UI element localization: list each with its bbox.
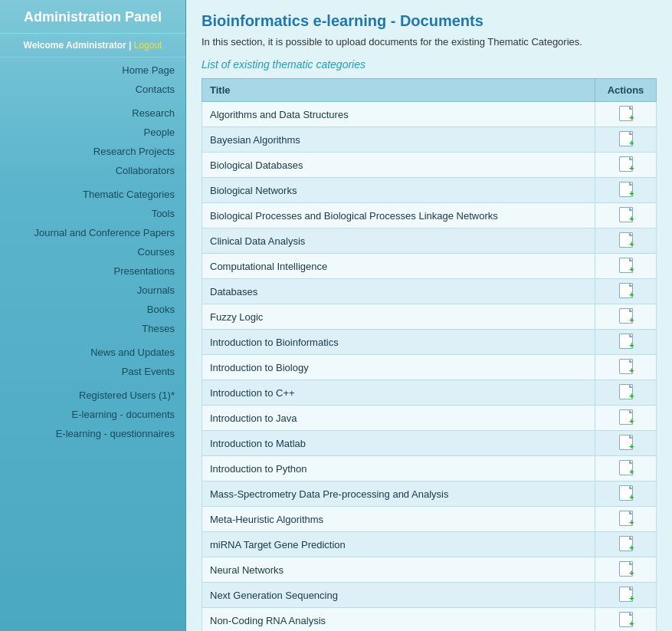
table-row: Bayesian Algorithms xyxy=(202,127,657,153)
action-cell[interactable] xyxy=(595,557,657,583)
logout-link[interactable]: Logout xyxy=(134,40,162,51)
sidebar-item-registered-users[interactable]: Registered Users (1)* xyxy=(0,386,185,405)
sidebar-item-people[interactable]: People xyxy=(0,123,185,142)
action-cell[interactable] xyxy=(595,127,657,153)
category-title: Algorithms and Data Structures xyxy=(202,102,595,127)
document-icon xyxy=(619,612,633,627)
sidebar-item-books[interactable]: Books xyxy=(0,300,185,319)
table-row: Introduction to Biology xyxy=(202,355,657,380)
table-row: Databases xyxy=(202,279,657,304)
action-cell[interactable] xyxy=(595,355,657,380)
action-cell[interactable] xyxy=(595,330,657,355)
sidebar-item-journals[interactable]: Journals xyxy=(0,281,185,300)
sidebar-item-research[interactable]: Research xyxy=(0,104,185,123)
upload-icon[interactable] xyxy=(618,334,634,350)
action-cell[interactable] xyxy=(595,507,657,532)
action-cell[interactable] xyxy=(595,608,657,632)
title-column-header: Title xyxy=(202,79,595,102)
welcome-prefix: Welcome xyxy=(24,40,66,51)
upload-icon[interactable] xyxy=(618,485,634,502)
action-cell[interactable] xyxy=(595,153,657,178)
category-title: Non-Coding RNA Analysis xyxy=(202,608,595,632)
sidebar-item-courses[interactable]: Courses xyxy=(0,242,185,261)
document-icon xyxy=(619,460,633,475)
document-icon xyxy=(619,131,633,146)
upload-icon[interactable] xyxy=(618,308,634,325)
main-content: Bioinformatics e-learning - Documents In… xyxy=(186,0,672,631)
table-row: Computational Intelligence xyxy=(202,254,657,279)
action-cell[interactable] xyxy=(595,481,657,507)
action-cell[interactable] xyxy=(595,380,657,406)
sidebar-item-home-page[interactable]: Home Page xyxy=(0,61,185,80)
action-cell[interactable] xyxy=(595,456,657,481)
category-title: Introduction to Java xyxy=(202,406,595,431)
upload-icon[interactable] xyxy=(618,182,634,199)
action-cell[interactable] xyxy=(595,406,657,431)
document-icon xyxy=(619,258,633,273)
upload-icon[interactable] xyxy=(618,409,634,426)
action-cell[interactable] xyxy=(595,532,657,557)
upload-icon[interactable] xyxy=(618,258,634,274)
upload-icon[interactable] xyxy=(618,511,634,527)
sidebar-item-past-events[interactable]: Past Events xyxy=(0,362,185,381)
sidebar-item-news-updates[interactable]: News and Updates xyxy=(0,343,185,362)
table-row: Introduction to Bioinformatics xyxy=(202,330,657,355)
upload-icon[interactable] xyxy=(618,156,634,173)
upload-icon[interactable] xyxy=(618,612,634,629)
category-title: Mass-Spectrometry Data Pre-processing an… xyxy=(202,481,595,507)
category-title: Neural Networks xyxy=(202,557,595,583)
upload-icon[interactable] xyxy=(618,359,634,376)
table-row: Introduction to Python xyxy=(202,456,657,481)
action-cell[interactable] xyxy=(595,102,657,127)
action-cell[interactable] xyxy=(595,431,657,456)
section-subtitle: List of existing thematic categories xyxy=(202,58,657,71)
document-icon xyxy=(619,536,633,551)
category-title: Biological Processes and Biological Proc… xyxy=(202,203,595,228)
document-icon xyxy=(619,334,633,349)
document-icon xyxy=(619,308,633,324)
upload-icon[interactable] xyxy=(618,435,634,452)
upload-icon[interactable] xyxy=(618,384,634,401)
upload-icon[interactable] xyxy=(618,207,634,224)
sidebar-item-contacts[interactable]: Contacts xyxy=(0,80,185,99)
sidebar: Administration Panel Welcome Administrat… xyxy=(0,0,186,631)
table-row: Introduction to Matlab xyxy=(202,431,657,456)
sidebar-item-presentations[interactable]: Presentations xyxy=(0,261,185,281)
table-row: Biological Databases xyxy=(202,153,657,178)
sidebar-item-thematic-categories[interactable]: Thematic Categories xyxy=(0,185,185,204)
sidebar-title: Administration Panel xyxy=(0,0,185,34)
category-title: Databases xyxy=(202,279,595,304)
upload-icon[interactable] xyxy=(618,561,634,578)
sidebar-item-elearning-questionnaires[interactable]: E-learning - questionnaires xyxy=(0,424,185,443)
upload-icon[interactable] xyxy=(618,587,634,603)
sidebar-item-collaborators[interactable]: Collaborators xyxy=(0,161,185,180)
document-icon xyxy=(619,384,633,399)
action-cell[interactable] xyxy=(595,304,657,330)
document-icon xyxy=(619,232,633,248)
upload-icon[interactable] xyxy=(618,283,634,300)
category-title: Meta-Heuristic Algorithms xyxy=(202,507,595,532)
sidebar-item-elearning-documents[interactable]: E-learning - documents xyxy=(0,405,185,424)
action-cell[interactable] xyxy=(595,178,657,203)
document-icon xyxy=(619,511,633,526)
action-cell[interactable] xyxy=(595,254,657,279)
action-cell[interactable] xyxy=(595,228,657,254)
category-title: Biological Networks xyxy=(202,178,595,203)
action-cell[interactable] xyxy=(595,279,657,304)
sidebar-item-journal-conference-papers[interactable]: Journal and Conference Papers xyxy=(0,223,185,242)
sidebar-item-theses[interactable]: Theses xyxy=(0,319,185,338)
action-cell[interactable] xyxy=(595,583,657,608)
upload-icon[interactable] xyxy=(618,131,634,148)
action-cell[interactable] xyxy=(595,203,657,228)
sidebar-item-tools[interactable]: Tools xyxy=(0,204,185,223)
upload-icon[interactable] xyxy=(618,106,634,123)
upload-icon[interactable] xyxy=(618,460,634,477)
table-row: Mass-Spectrometry Data Pre-processing an… xyxy=(202,481,657,507)
category-title: Bayesian Algorithms xyxy=(202,127,595,153)
category-title: Introduction to Matlab xyxy=(202,431,595,456)
document-icon xyxy=(619,182,633,197)
upload-icon[interactable] xyxy=(618,536,634,553)
upload-icon[interactable] xyxy=(618,232,634,249)
sidebar-item-research-projects[interactable]: Research Projects xyxy=(0,142,185,161)
table-row: Next Generation Sequencing xyxy=(202,583,657,608)
